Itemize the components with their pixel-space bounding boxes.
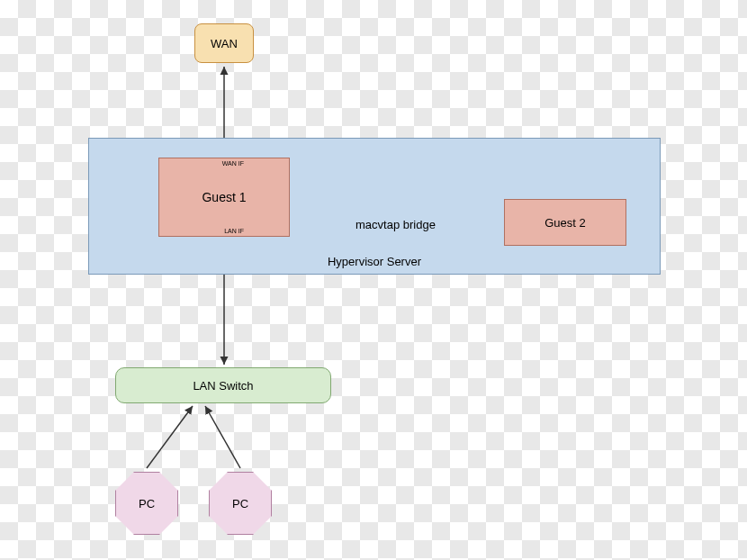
pc2-node: PC — [209, 472, 272, 535]
wan-label: WAN — [211, 37, 238, 50]
connectors — [0, 0, 747, 560]
pc2-label: PC — [232, 497, 248, 510]
guest1-lan-if-label: LAN IF — [224, 228, 244, 234]
edge-pc1-lanswitch — [147, 406, 193, 468]
guest1-wan-if-label: WAN IF — [222, 160, 244, 167]
lan-switch-label: LAN Switch — [193, 379, 253, 393]
guest2-label: Guest 2 — [544, 216, 586, 230]
macvtap-bridge-label: macvtap bridge — [356, 218, 436, 231]
network-diagram: WAN Hypervisor Server WAN IF Guest 1 LAN… — [0, 0, 747, 560]
guest1-node: WAN IF Guest 1 LAN IF — [158, 158, 290, 237]
pc1-node: PC — [115, 472, 178, 535]
pc1-label: PC — [139, 497, 155, 510]
edge-pc2-lanswitch — [205, 406, 240, 468]
hypervisor-label: Hypervisor Server — [328, 255, 421, 268]
lan-switch-node: LAN Switch — [115, 367, 331, 403]
guest1-label: Guest 1 — [202, 190, 246, 204]
wan-node: WAN — [194, 23, 254, 63]
guest2-node: Guest 2 — [504, 199, 626, 246]
